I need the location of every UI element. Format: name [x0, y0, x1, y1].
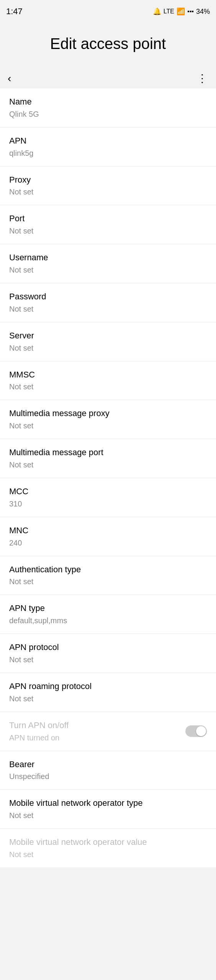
signal-icon: LTE [164, 8, 174, 15]
back-button[interactable]: ‹ [8, 72, 11, 85]
status-icons: 🔔 LTE 📶 ▪▪▪ 34% [153, 7, 210, 16]
field-value-apn-roaming: Not set [9, 693, 207, 704]
list-item-mvno-value: Mobile virtual network operator value No… [0, 829, 216, 867]
field-value-mvno-type: Not set [9, 810, 207, 821]
field-label-auth-type: Authentication type [9, 564, 207, 576]
field-label-proxy: Proxy [9, 174, 207, 186]
signal-bars: ▪▪▪ [187, 8, 194, 15]
field-value-mms-port: Not set [9, 459, 207, 470]
field-label-apn: APN [9, 135, 207, 147]
field-value-proxy: Not set [9, 186, 207, 197]
field-label-mms-port: Multimedia message port [9, 447, 207, 459]
field-value-apn: qlink5g [9, 148, 207, 158]
list-item-name[interactable]: Name Qlink 5G [0, 88, 216, 127]
list-item-apn-roaming[interactable]: APN roaming protocol Not set [0, 673, 216, 712]
field-label-mms-proxy: Multimedia message proxy [9, 408, 207, 420]
field-value-mms-proxy: Not set [9, 420, 207, 431]
status-bar: 1:47 🔔 LTE 📶 ▪▪▪ 34% [0, 0, 216, 23]
list-item-apn-type[interactable]: APN type default,supl,mms [0, 595, 216, 634]
field-label-mnc: MNC [9, 525, 207, 537]
list-item-proxy[interactable]: Proxy Not set [0, 167, 216, 206]
toggle-switch-apn-toggle[interactable] [185, 725, 207, 737]
field-label-name: Name [9, 96, 207, 108]
field-label-apn-type: APN type [9, 603, 207, 614]
list-item-bearer[interactable]: Bearer Unspecified [0, 751, 216, 790]
list-item-password[interactable]: Password Not set [0, 283, 216, 322]
list-item-mms-proxy[interactable]: Multimedia message proxy Not set [0, 400, 216, 439]
list-item-mms-port[interactable]: Multimedia message port Not set [0, 439, 216, 478]
field-value-apn-type: default,supl,mms [9, 615, 207, 626]
wifi-icon: 📶 [177, 7, 185, 16]
field-value-password: Not set [9, 304, 207, 314]
field-value-server: Not set [9, 343, 207, 353]
list-item-port[interactable]: Port Not set [0, 205, 216, 244]
field-label-password: Password [9, 291, 207, 303]
list-item-apn[interactable]: APN qlink5g [0, 127, 216, 167]
field-label-mvno-type: Mobile virtual network operator type [9, 797, 207, 809]
header-section: Edit access point [0, 23, 216, 68]
list-item-server[interactable]: Server Not set [0, 322, 216, 361]
list-item-username[interactable]: Username Not set [0, 244, 216, 283]
list-item-auth-type[interactable]: Authentication type Not set [0, 556, 216, 595]
field-label-mcc: MCC [9, 486, 207, 498]
battery-text: 34% [196, 8, 210, 16]
field-label-bearer: Bearer [9, 759, 207, 771]
more-options-button[interactable]: ⋮ [197, 72, 208, 85]
field-value-mvno-value: Not set [9, 849, 207, 860]
list-item-mnc[interactable]: MNC 240 [0, 517, 216, 556]
list-item-mcc[interactable]: MCC 310 [0, 478, 216, 517]
settings-list: Name Qlink 5G APN qlink5g Proxy Not set … [0, 88, 216, 867]
field-value-mcc: 310 [9, 498, 207, 509]
list-item-mmsc[interactable]: MMSC Not set [0, 361, 216, 400]
notification-icon: 🔔 [153, 7, 161, 16]
list-item-apn-protocol[interactable]: APN protocol Not set [0, 634, 216, 673]
field-label-mvno-value: Mobile virtual network operator value [9, 836, 207, 848]
field-label-apn-toggle: Turn APN on/off [9, 720, 185, 732]
field-label-mmsc: MMSC [9, 369, 207, 381]
status-time: 1:47 [6, 7, 23, 16]
field-value-apn-protocol: Not set [9, 654, 207, 665]
field-value-apn-toggle: APN turned on [9, 732, 185, 743]
field-value-name: Qlink 5G [9, 109, 207, 119]
field-label-port: Port [9, 213, 207, 225]
list-item-mvno-type[interactable]: Mobile virtual network operator type Not… [0, 790, 216, 829]
field-value-username: Not set [9, 265, 207, 275]
field-value-port: Not set [9, 225, 207, 236]
field-label-apn-protocol: APN protocol [9, 642, 207, 653]
field-label-apn-roaming: APN roaming protocol [9, 681, 207, 693]
nav-bar: ‹ ⋮ [0, 68, 216, 88]
field-value-mmsc: Not set [9, 381, 207, 392]
field-label-server: Server [9, 330, 207, 342]
field-value-auth-type: Not set [9, 576, 207, 587]
field-value-bearer: Unspecified [9, 771, 207, 782]
field-value-mnc: 240 [9, 537, 207, 548]
list-item-apn-toggle: Turn APN on/off APN turned on [0, 712, 216, 751]
page-title: Edit access point [8, 34, 208, 53]
field-label-username: Username [9, 252, 207, 264]
